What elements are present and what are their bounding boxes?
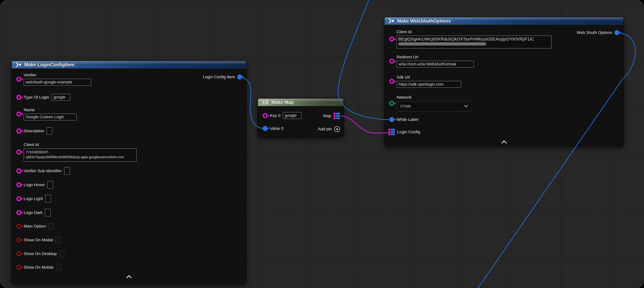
map-pin-output[interactable] <box>334 113 340 119</box>
node-header[interactable]: Make LoginConfigItem <box>12 61 246 69</box>
collapse-chevron-icon[interactable] <box>126 275 132 278</box>
pin-row-key-0: Key 0 google <box>263 112 302 119</box>
pin-label: Main Option <box>24 224 46 229</box>
pin-description[interactable] <box>16 129 21 133</box>
description-input[interactable] <box>46 127 52 135</box>
node-make-login-config-item[interactable]: Make LoginConfigItem Verifier web3auth-g… <box>12 61 246 283</box>
pin-show-on-mobile[interactable] <box>16 265 21 270</box>
wire-offscreen-to-white-label[interactable] <box>338 0 391 120</box>
pin-label: Value 0 <box>270 126 284 131</box>
plus-icon[interactable]: + <box>334 126 340 132</box>
verifier-sub-identifier-input[interactable] <box>64 167 70 175</box>
pin-show-on-modal[interactable] <box>16 237 21 242</box>
node-title: Make Map <box>272 100 294 105</box>
pin-label: Key 0 <box>270 113 280 118</box>
node-header[interactable]: Make Web3AuthOptions <box>384 17 624 25</box>
redirect-url-input[interactable]: w3a://com.w3a.Web3AuthUnreal <box>396 61 474 68</box>
pin-web3auth-options-output[interactable] <box>614 30 620 35</box>
type-of-login-input[interactable]: google <box>52 94 70 101</box>
checkbox-show-on-mobile[interactable] <box>56 264 61 271</box>
pin-white-label[interactable] <box>389 117 394 122</box>
node-make-web3auth-options[interactable]: Make Web3AuthOptions Client Id BEglQSgt4… <box>384 17 624 146</box>
pin-verifier-sub-identifier[interactable] <box>16 168 21 173</box>
blueprint-editor: Make LoginConfigItem Verifier web3auth-g… <box>0 0 644 288</box>
make-struct-icon <box>16 62 22 67</box>
pin-row-verifier: Verifier web3auth-google-example <box>16 73 91 86</box>
logo-light-input[interactable] <box>45 195 51 202</box>
pin-sdk-url[interactable] <box>389 79 394 84</box>
key-0-input[interactable]: google <box>283 112 302 119</box>
pin-row-show-on-mobile: Show On Mobile <box>16 264 61 271</box>
pin-logo-hover[interactable] <box>16 182 21 187</box>
pin-logo-dark[interactable] <box>16 210 21 215</box>
pin-client-id[interactable] <box>16 150 21 155</box>
dropdown-network[interactable]: CYAN <box>396 101 472 112</box>
pin-show-on-desktop[interactable] <box>16 251 21 256</box>
pin-label: Show On Desktop <box>24 251 57 256</box>
output-row-login-config-item: Login Config Item <box>203 75 242 80</box>
pin-logo-light[interactable] <box>16 196 21 201</box>
client-id-input[interactable]: 774338308167-q463s7kpvja16l4l0kko3nb925i… <box>24 148 136 162</box>
graph-canvas[interactable]: Make LoginConfigItem Verifier web3auth-g… <box>0 0 644 288</box>
make-struct-icon <box>388 18 394 24</box>
sdk-url-input[interactable]: https://sdk.openlogin.com <box>396 81 461 88</box>
dropdown-value: CYAN <box>400 104 411 108</box>
node-title: Make LoginConfigItem <box>24 62 74 68</box>
pin-label: Verifier Sub Identifier <box>24 169 62 173</box>
logo-dark-input[interactable] <box>45 209 51 216</box>
pin-row-white-label: White Label <box>389 117 418 122</box>
pin-network[interactable] <box>389 101 394 106</box>
pin-row-verifier-sub-identifier: Verifier Sub Identifier <box>16 167 70 175</box>
output-label: Login Config Item <box>203 75 235 79</box>
pin-label: Logo Light <box>24 196 43 201</box>
pin-label: Redirect Url <box>396 55 474 59</box>
checkbox-show-on-modal[interactable] <box>55 237 60 243</box>
pin-main-option[interactable] <box>16 224 21 229</box>
pin-row-network: Network CYAN <box>389 95 472 112</box>
output-label: Web 3Auth Options <box>577 30 612 35</box>
add-pin-label: Add pin <box>318 127 332 131</box>
pin-label: Verifier <box>24 73 91 77</box>
pin-row-type-of-login: Type Of Login google <box>16 94 70 101</box>
pin-row-show-on-desktop: Show On Desktop <box>16 250 64 257</box>
checkbox-show-on-desktop[interactable] <box>59 250 64 257</box>
add-pin-button[interactable]: Add pin + <box>318 126 340 132</box>
pin-label: Client Id <box>24 142 136 147</box>
pin-row-client-id: Client Id 774338308167-q463s7kpvja16l4l0… <box>16 142 136 162</box>
pin-label: Show On Modal <box>24 238 53 242</box>
map-pin-login-config[interactable] <box>388 129 395 135</box>
pin-row-value-0: Value 0 <box>263 126 284 131</box>
pin-row-logo-light: Logo Light <box>16 195 51 202</box>
pin-label: White Label <box>396 117 418 122</box>
name-input[interactable]: Google Custom Login <box>24 114 76 120</box>
pin-verifier[interactable] <box>16 77 21 82</box>
make-map-icon <box>262 100 269 105</box>
pin-redirect-url[interactable] <box>389 59 394 64</box>
pin-value-0[interactable] <box>263 126 268 131</box>
pin-login-config-item-output[interactable] <box>237 75 242 80</box>
pin-label: Name <box>24 108 76 112</box>
pin-row-login-config: Login Config <box>388 129 420 135</box>
node-header[interactable]: Make Map <box>258 99 344 106</box>
pin-row-logo-hover: Logo Hover <box>16 181 53 189</box>
node-make-map[interactable]: Make Map Key 0 google Map Value 0 Add pi… <box>258 99 344 137</box>
logo-hover-input[interactable] <box>47 181 53 189</box>
pin-row-redirect-url: Redirect Url w3a://com.w3a.Web3AuthUnrea… <box>389 55 474 68</box>
client-id-text: BEglQSgt4cUWcj6SKRdu5QkOXTsePmMcusG5EAoy… <box>398 37 534 42</box>
output-row-map: Map <box>323 113 340 119</box>
pin-row-name: Name Google Custom Login <box>16 108 76 120</box>
pin-key-0[interactable] <box>263 113 268 118</box>
wire-map-to-login-config[interactable] <box>341 116 391 133</box>
pin-row-description: Description <box>16 127 52 135</box>
collapse-chevron-icon[interactable] <box>501 140 507 144</box>
pin-label: Logo Dark <box>24 210 42 215</box>
verifier-input[interactable]: web3auth-google-example <box>24 79 91 86</box>
output-label: Map <box>323 114 331 118</box>
client-id-input[interactable]: BEglQSgt4cUWcj6SKRdu5QkOXTsePmMcusG5EAoy… <box>396 36 552 49</box>
checkbox-main-option[interactable] <box>48 223 53 230</box>
pin-label: Show On Mobile <box>24 265 54 270</box>
scrollbar-thumb[interactable] <box>398 42 486 46</box>
pin-name[interactable] <box>16 112 21 117</box>
pin-type-of-login[interactable] <box>16 95 21 100</box>
pin-client-id[interactable] <box>389 37 394 42</box>
